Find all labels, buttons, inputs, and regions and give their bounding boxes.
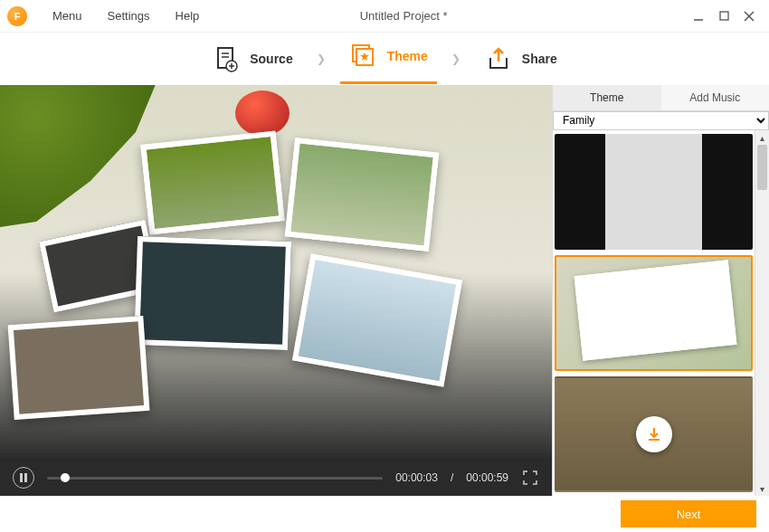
scroll-thumb[interactable] <box>757 145 767 190</box>
theme-thumbnail-list <box>553 130 755 496</box>
time-current: 00:00:03 <box>395 471 438 484</box>
pause-icon <box>19 473 28 482</box>
scattered-photo <box>285 138 440 252</box>
scattered-photo <box>292 253 462 387</box>
chevron-right-icon: ❯ <box>317 52 326 65</box>
time-separator: / <box>451 471 453 484</box>
step-source[interactable]: Source <box>203 39 301 79</box>
app-icon: F <box>7 6 27 26</box>
scattered-photo <box>140 130 285 234</box>
scroll-track[interactable] <box>755 145 769 481</box>
time-total: 00:00:59 <box>466 471 508 484</box>
svg-rect-15 <box>24 473 27 482</box>
theme-category-select[interactable]: Family <box>553 111 769 130</box>
theme-thumbnail[interactable] <box>555 134 753 250</box>
scattered-photo <box>8 316 150 420</box>
theme-thumbnail[interactable] <box>555 255 753 371</box>
scattered-photo <box>134 236 291 350</box>
maximize-button[interactable] <box>711 7 736 25</box>
side-tab-add-music[interactable]: Add Music <box>661 85 770 110</box>
step-label: Share <box>522 52 557 66</box>
side-tab-theme[interactable]: Theme <box>553 85 661 110</box>
theme-stack-icon <box>349 42 378 71</box>
decorative-tomatoes <box>235 90 290 136</box>
pause-button[interactable] <box>13 467 34 489</box>
side-panel: Theme Add Music Family ▴ ▾ <box>552 85 769 496</box>
step-label: Theme <box>387 49 428 63</box>
document-plus-icon <box>212 44 241 73</box>
fullscreen-button[interactable] <box>521 469 539 487</box>
svg-rect-14 <box>20 473 23 482</box>
scroll-up-button[interactable]: ▴ <box>755 130 769 145</box>
step-share[interactable]: Share <box>475 39 566 79</box>
download-theme-button[interactable] <box>636 416 672 452</box>
scroll-down-button[interactable]: ▾ <box>755 481 769 496</box>
seek-track[interactable] <box>47 477 383 480</box>
step-bar: Source ❯ Theme ❯ Share <box>0 33 769 85</box>
minimize-button[interactable] <box>686 7 711 25</box>
decorative-leaf <box>0 85 163 230</box>
next-button[interactable]: Next <box>621 500 756 527</box>
seek-handle[interactable] <box>61 473 70 482</box>
download-icon <box>646 426 662 442</box>
share-upload-icon <box>484 44 513 73</box>
theme-thumbnail[interactable] <box>555 376 753 492</box>
step-label: Source <box>250 52 292 66</box>
step-theme[interactable]: Theme <box>340 36 437 84</box>
player-bar: 00:00:03 / 00:00:59 <box>0 460 552 496</box>
fullscreen-icon <box>523 470 537 485</box>
chevron-right-icon: ❯ <box>451 52 460 65</box>
preview-column: 00:00:03 / 00:00:59 <box>0 85 552 496</box>
svg-rect-1 <box>720 12 728 20</box>
scrollbar[interactable]: ▴ ▾ <box>755 130 769 496</box>
preview-canvas <box>0 85 552 460</box>
close-button[interactable] <box>736 7 762 25</box>
project-title: Untitled Project * <box>121 9 686 23</box>
menu-button[interactable]: Menu <box>40 5 95 26</box>
